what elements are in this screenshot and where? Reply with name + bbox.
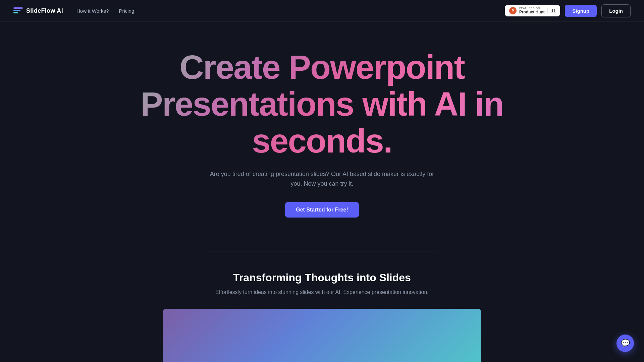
product-hunt-count: 11 <box>547 8 556 13</box>
nav-links: How it Works? Pricing <box>76 8 134 14</box>
logo-bar-1 <box>13 7 23 9</box>
transforming-subtitle: Effortlessly turn ideas into stunning sl… <box>215 289 429 295</box>
nav-link-pricing[interactable]: Pricing <box>119 8 134 14</box>
nav-left: SlideFlow AI How it Works? Pricing <box>13 7 134 14</box>
logo-text: SlideFlow AI <box>26 7 63 14</box>
product-hunt-text: FEATURED ON Product Hunt <box>519 7 545 14</box>
transforming-section: Transforming Thoughts into Slides Effort… <box>0 272 644 362</box>
logo-bar-3 <box>13 12 18 13</box>
chat-icon: 💬 <box>621 339 630 348</box>
logo-bar-2 <box>13 10 20 11</box>
section-divider <box>205 251 439 251</box>
hero-section: Create Powerpoint Presentations with AI … <box>0 22 644 238</box>
product-hunt-logo: P <box>509 7 517 14</box>
hero-title: Create Powerpoint Presentations with AI … <box>104 49 540 159</box>
nav-right: P FEATURED ON Product Hunt 11 Signup Log… <box>505 4 631 17</box>
transforming-title: Transforming Thoughts into Slides <box>233 272 411 284</box>
product-hunt-name: Product Hunt <box>519 10 545 14</box>
nav-link-how-it-works[interactable]: How it Works? <box>76 8 109 14</box>
logo[interactable]: SlideFlow AI <box>13 7 63 14</box>
chat-button[interactable]: 💬 <box>616 335 634 352</box>
demo-preview <box>163 309 481 362</box>
hero-subtitle: Are you tired of creating presentation s… <box>205 169 439 189</box>
logo-icon <box>13 7 23 14</box>
product-hunt-badge[interactable]: P FEATURED ON Product Hunt 11 <box>505 5 560 16</box>
login-button[interactable]: Login <box>601 4 631 17</box>
navbar: SlideFlow AI How it Works? Pricing P FEA… <box>0 0 644 22</box>
signup-button[interactable]: Signup <box>565 5 597 17</box>
cta-button[interactable]: Get Started for Free! <box>285 202 359 218</box>
